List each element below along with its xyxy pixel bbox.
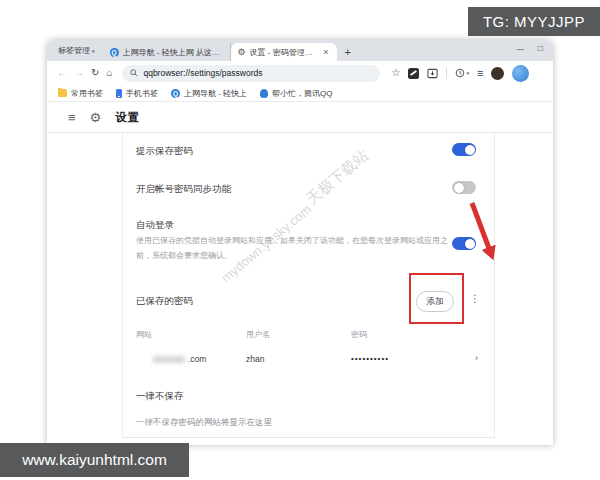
settings-menu-icon[interactable]: ≡ [68, 110, 76, 125]
url-text: qqbrowser://settings/passwords [143, 68, 262, 78]
passwords-card: 提示保存密码 开启帐号密码同步功能 自动登录 使用已保存的凭据自动登录网站和应用… [122, 133, 495, 438]
forward-icon[interactable]: → [74, 68, 84, 78]
tab-strip: 标签管理 ▾ Q 上网导航 - 轻快上网 从这里开始 ⚙ 设置 - 密码管理工具… [47, 40, 553, 61]
red-annotation-arrow [463, 199, 513, 277]
row-label-save-prompt: 提示保存密码 [136, 145, 193, 158]
settings-content: 提示保存密码 开启帐号密码同步功能 自动登录 使用已保存的凭据自动登录网站和应用… [47, 133, 553, 445]
menu-icon[interactable]: ≡ [477, 67, 483, 79]
column-header-password: 密码 [351, 329, 367, 340]
red-highlight-box [409, 273, 464, 324]
chevron-down-icon: ▾ [92, 48, 95, 54]
toggle-sync[interactable] [452, 181, 476, 194]
blurred-text [153, 356, 185, 363]
chevron-right-icon[interactable]: › [475, 353, 478, 363]
column-header-website: 网站 [136, 329, 152, 340]
tab-navigation-page[interactable]: Q 上网导航 - 轻快上网 从这里开始 [103, 43, 231, 61]
section-title-never-save: 一律不保存 [136, 390, 184, 403]
more-options-icon[interactable]: ⋮ [470, 293, 480, 304]
browser-toolbar: ← → ↻ ⌂ qqbrowser://settings/passwords ☆… [47, 61, 553, 85]
never-save-hint: 一律不保存密码的网站将显示在这里 [136, 417, 272, 429]
tab-close-icon[interactable]: × [322, 47, 329, 57]
tab-manager-button[interactable]: 标签管理 ▾ [47, 45, 103, 61]
chevron-down-icon: ▾ [466, 70, 469, 76]
search-icon [130, 69, 138, 77]
history-clock-icon [455, 68, 465, 78]
home-icon[interactable]: ⌂ [106, 68, 112, 78]
toggle-knob [454, 183, 464, 193]
window-controls: — □ [517, 43, 543, 53]
history-button[interactable]: ▾ [455, 68, 469, 78]
toolbar-right-icons: ☆ ▾ ≡ [391, 65, 529, 82]
reload-icon[interactable]: ↻ [91, 68, 99, 78]
address-bar[interactable]: qqbrowser://settings/passwords [122, 65, 380, 82]
gear-favicon-icon: ⚙ [238, 48, 246, 57]
qq-penguin-icon [260, 89, 268, 98]
download-icon[interactable] [427, 68, 438, 79]
phone-icon [116, 89, 122, 98]
cell-username: zhan [246, 354, 264, 364]
site-watermark: www.kaiyunhtml.com [0, 443, 189, 477]
user-avatar[interactable] [491, 67, 504, 80]
tab-manager-label: 标签管理 [58, 45, 90, 56]
settings-header: ≡ ⚙ 设置 [47, 102, 553, 133]
bookmark-navigation[interactable]: Q 上网导航 - 轻快上 [171, 88, 247, 99]
tab-title: 设置 - 密码管理工具 [250, 47, 319, 58]
bookmark-label: 上网导航 - 轻快上 [184, 88, 247, 99]
bookmark-label: 帮小忙，腾讯QQ [272, 88, 332, 99]
extension-icon[interactable] [408, 68, 419, 79]
toggle-knob [465, 145, 475, 155]
minimize-button[interactable]: — [517, 45, 524, 52]
new-tab-button[interactable]: + [337, 46, 359, 61]
section-title-auto-login: 自动登录 [136, 219, 174, 232]
bookmarks-bar: 常用书签 手机书签 Q 上网导航 - 轻快上 帮小忙，腾讯QQ [47, 85, 553, 102]
toggle-save-prompt[interactable] [452, 143, 476, 156]
tab-settings[interactable]: ⚙ 设置 - 密码管理工具 × [231, 43, 337, 61]
page-title: 设置 [115, 110, 140, 125]
q-favicon-icon: Q [171, 89, 180, 98]
q-favicon-icon: Q [110, 48, 119, 57]
back-icon[interactable]: ← [57, 68, 67, 78]
cell-password-mask: •••••••••• [351, 354, 389, 363]
bookmark-mobile[interactable]: 手机书签 [116, 88, 158, 99]
bookmark-qq-help[interactable]: 帮小忙，腾讯QQ [260, 88, 332, 99]
cell-website: .com [153, 354, 206, 364]
qq-profile-avatar[interactable] [512, 65, 529, 82]
section-title-saved-passwords: 已保存的密码 [136, 295, 193, 308]
tg-watermark: TG: MYYJJPP [468, 7, 600, 36]
auto-login-description: 使用已保存的凭据自动登录网站和应用，如果关闭了该功能，在您每次登录网站或应用之前… [136, 233, 448, 263]
gear-icon: ⚙ [90, 110, 102, 125]
bookmark-label: 常用书签 [71, 88, 103, 99]
row-label-sync: 开启帐号密码同步功能 [136, 183, 231, 196]
maximize-button[interactable]: □ [538, 43, 543, 53]
browser-window: 标签管理 ▾ Q 上网导航 - 轻快上网 从这里开始 ⚙ 设置 - 密码管理工具… [47, 40, 553, 445]
folder-icon [58, 89, 67, 97]
bookmark-label: 手机书签 [126, 88, 158, 99]
tab-title: 上网导航 - 轻快上网 从这里开始 [123, 47, 223, 58]
bookmark-common[interactable]: 常用书签 [58, 88, 103, 99]
bookmark-star-icon[interactable]: ☆ [391, 68, 400, 78]
column-header-username: 用户名 [246, 329, 270, 340]
toolbar-divider [446, 67, 447, 79]
